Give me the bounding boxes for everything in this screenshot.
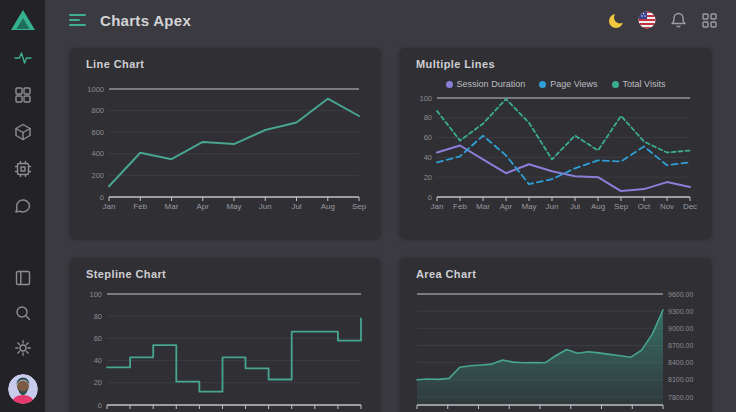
svg-text:8700.00: 8700.00 — [668, 342, 693, 349]
svg-text:9000.00: 9000.00 — [668, 325, 693, 332]
svg-text:8400.00: 8400.00 — [668, 359, 693, 366]
svg-text:May: May — [226, 202, 241, 211]
book-icon[interactable] — [14, 269, 32, 287]
svg-text:400: 400 — [91, 149, 104, 158]
area-chart-canvas: 9600.009300.009000.008700.008400.008100.… — [400, 258, 711, 412]
multiple-lines-chart-canvas: 100806040200JanFebMarAprMayJunJulAugSepO… — [400, 48, 711, 238]
notifications-bell-icon[interactable] — [669, 11, 687, 29]
dark-mode-moon-icon[interactable] — [607, 11, 625, 29]
svg-text:Dec: Dec — [683, 202, 697, 211]
app-logo[interactable] — [10, 9, 36, 31]
svg-text:Apr: Apr — [197, 202, 210, 211]
hamburger-menu-icon[interactable] — [69, 13, 87, 27]
svg-text:Aug: Aug — [321, 202, 335, 211]
svg-text:May: May — [521, 202, 536, 211]
svg-text:9300.00: 9300.00 — [668, 308, 693, 315]
svg-text:Jan: Jan — [103, 202, 116, 211]
svg-text:Feb: Feb — [453, 202, 467, 211]
sidebar-nav — [14, 49, 32, 215]
header-actions — [607, 11, 718, 29]
line-chart-card: Line Chart 10008006004002000JanFebMarApr… — [70, 48, 380, 238]
top-header: Charts Apex — [45, 0, 736, 40]
svg-text:0: 0 — [100, 193, 104, 202]
svg-text:Feb: Feb — [133, 202, 147, 211]
svg-text:40: 40 — [94, 356, 102, 365]
svg-text:0: 0 — [98, 401, 102, 410]
svg-text:Sep: Sep — [614, 202, 629, 211]
area-chart-card: Area Chart 9600.009300.009000.008700.008… — [400, 258, 711, 412]
svg-text:80: 80 — [424, 113, 432, 122]
svg-text:Mar: Mar — [165, 202, 179, 211]
svg-text:600: 600 — [91, 128, 104, 137]
svg-text:1000: 1000 — [87, 85, 104, 94]
sidebar — [0, 0, 45, 412]
svg-text:Jul: Jul — [570, 202, 580, 211]
svg-text:20: 20 — [424, 173, 432, 182]
sidebar-bottom-nav — [8, 269, 38, 404]
stepline-chart-card: Stepline Chart 100806040200 — [70, 258, 380, 412]
svg-text:Jun: Jun — [259, 202, 272, 211]
svg-text:100: 100 — [89, 290, 102, 299]
us-flag-icon[interactable] — [638, 11, 656, 29]
svg-text:Jan: Jan — [431, 202, 444, 211]
svg-text:7800.00: 7800.00 — [668, 394, 693, 401]
svg-text:Mar: Mar — [476, 202, 490, 211]
svg-text:800: 800 — [91, 106, 104, 115]
search-icon[interactable] — [14, 304, 32, 322]
page-title: Charts Apex — [100, 12, 191, 29]
settings-gear-icon[interactable] — [14, 339, 32, 357]
svg-text:20: 20 — [94, 378, 102, 387]
svg-text:9600.00: 9600.00 — [668, 291, 693, 298]
svg-text:Aug: Aug — [591, 202, 605, 211]
svg-text:0: 0 — [428, 193, 432, 202]
user-avatar[interactable] — [8, 374, 38, 404]
svg-text:Nov: Nov — [660, 202, 674, 211]
svg-text:Jul: Jul — [291, 202, 301, 211]
cube-icon[interactable] — [14, 123, 32, 141]
cpu-icon[interactable] — [14, 160, 32, 178]
apps-grid-icon[interactable] — [700, 11, 718, 29]
svg-text:Jun: Jun — [546, 202, 559, 211]
svg-text:40: 40 — [424, 153, 432, 162]
svg-text:Oct: Oct — [638, 202, 651, 211]
svg-text:80: 80 — [94, 312, 102, 321]
multiple-lines-card: Multiple Lines Session Duration Page Vie… — [400, 48, 711, 238]
stepline-chart-canvas: 100806040200 — [70, 258, 380, 412]
svg-text:60: 60 — [94, 334, 102, 343]
svg-text:Sep: Sep — [352, 202, 367, 211]
line-chart-canvas: 10008006004002000JanFebMarAprMayJunJulAu… — [70, 48, 380, 238]
apps-icon[interactable] — [14, 86, 32, 104]
svg-text:100: 100 — [419, 94, 432, 103]
svg-text:60: 60 — [424, 133, 432, 142]
svg-text:200: 200 — [91, 171, 104, 180]
svg-text:8100.00: 8100.00 — [668, 376, 693, 383]
svg-text:Apr: Apr — [500, 202, 513, 211]
activity-icon[interactable] — [14, 49, 32, 67]
chat-icon[interactable] — [14, 197, 32, 215]
